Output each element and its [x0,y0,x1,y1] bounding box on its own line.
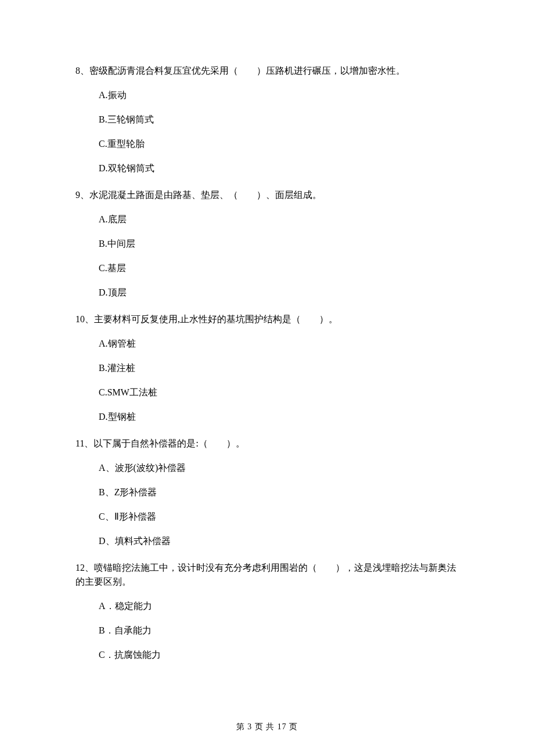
options-list: A、波形(波纹)补偿器 B、Z形补偿器 C、Ⅱ形补偿器 D、填料式补偿器 [75,461,459,548]
option-d: D.型钢桩 [99,410,459,424]
option-b: B、Z形补偿器 [99,485,459,499]
option-a: A.底层 [99,213,459,226]
option-c: C．抗腐蚀能力 [99,648,459,662]
page-footer: 第 3 页 共 17 页 [0,721,534,733]
options-list: A．稳定能力 B．自承能力 C．抗腐蚀能力 [75,599,459,662]
question-body: 密级配沥青混合料复压宜优先采用（ ）压路机进行碾压，以增加密水性。 [89,66,405,75]
question-8: 8、密级配沥青混合料复压宜优先采用（ ）压路机进行碾压，以增加密水性。 A.振动… [75,64,459,175]
option-b: B.中间层 [99,237,459,251]
question-text: 12、喷锚暗挖法施工中，设计时没有充分考虑利用围岩的（ ），这是浅埋暗挖法与新奥… [75,561,459,589]
question-number: 9、 [75,190,89,200]
option-d: D.双轮钢筒式 [99,161,459,175]
options-list: A.钢管桩 B.灌注桩 C.SMW工法桩 D.型钢桩 [75,337,459,424]
question-text: 11、以下属于自然补偿器的是:（ ）。 [75,437,459,451]
option-a: A．稳定能力 [99,599,459,613]
question-body: 主要材料可反复使用,止水性好的基坑围护结构是（ ）。 [94,314,338,324]
question-12: 12、喷锚暗挖法施工中，设计时没有充分考虑利用围岩的（ ），这是浅埋暗挖法与新奥… [75,561,459,662]
option-c: C、Ⅱ形补偿器 [99,510,459,524]
question-10: 10、主要材料可反复使用,止水性好的基坑围护结构是（ ）。 A.钢管桩 B.灌注… [75,312,459,424]
option-b: B.灌注桩 [99,361,459,375]
option-d: D.顶层 [99,286,459,300]
question-number: 12、 [75,563,94,573]
question-body: 水泥混凝土路面是由路基、垫层、（ ）、面层组成。 [89,190,322,200]
question-9: 9、水泥混凝土路面是由路基、垫层、（ ）、面层组成。 A.底层 B.中间层 C.… [75,188,459,300]
option-d: D、填料式补偿器 [99,534,459,548]
question-text: 9、水泥混凝土路面是由路基、垫层、（ ）、面层组成。 [75,188,459,202]
question-text: 8、密级配沥青混合料复压宜优先采用（ ）压路机进行碾压，以增加密水性。 [75,64,459,78]
option-a: A.振动 [99,88,459,102]
question-number: 11、 [75,438,93,448]
question-body: 喷锚暗挖法施工中，设计时没有充分考虑利用围岩的（ ），这是浅埋暗挖法与新奥法的主… [75,563,456,586]
option-c: C.重型轮胎 [99,137,459,151]
option-b: B.三轮钢筒式 [99,113,459,127]
option-c: C.SMW工法桩 [99,386,459,399]
question-number: 8、 [75,66,89,75]
option-a: A.钢管桩 [99,337,459,351]
option-c: C.基层 [99,261,459,275]
question-11: 11、以下属于自然补偿器的是:（ ）。 A、波形(波纹)补偿器 B、Z形补偿器 … [75,437,459,548]
option-a: A、波形(波纹)补偿器 [99,461,459,475]
options-list: A.底层 B.中间层 C.基层 D.顶层 [75,213,459,300]
question-number: 10、 [75,314,94,324]
option-b: B．自承能力 [99,624,459,638]
options-list: A.振动 B.三轮钢筒式 C.重型轮胎 D.双轮钢筒式 [75,88,459,175]
question-text: 10、主要材料可反复使用,止水性好的基坑围护结构是（ ）。 [75,312,459,326]
question-body: 以下属于自然补偿器的是:（ ）。 [93,438,244,448]
